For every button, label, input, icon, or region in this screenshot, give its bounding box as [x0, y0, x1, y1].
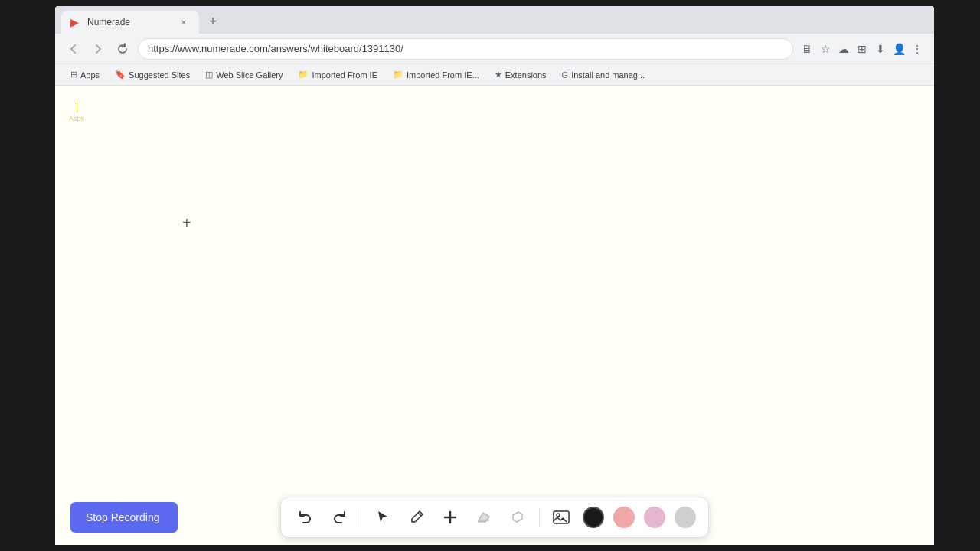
folder-icon-2: 📁: [393, 70, 403, 80]
nav-bar: https://www.numerade.com/answers/whitebo…: [55, 34, 934, 64]
tab-bar: ▶ Numerade × +: [55, 6, 934, 34]
bookmark-install-label: Install and manag...: [571, 70, 645, 80]
cloud-icon[interactable]: ☁: [836, 41, 851, 57]
lasso-tool-button[interactable]: [505, 505, 530, 530]
whiteboard-cursor-area: Asps: [69, 103, 84, 122]
undo-icon: [297, 509, 314, 526]
camera-icon[interactable]: 🖥: [799, 41, 815, 57]
pen-icon: [409, 510, 424, 525]
image-tool-button[interactable]: [549, 505, 573, 530]
separator-1: [361, 508, 361, 527]
crosshair-cursor: +: [182, 214, 191, 232]
image-icon: [552, 508, 570, 527]
black-bar-bottom: [0, 545, 980, 551]
color-black-button[interactable]: [583, 507, 604, 528]
suggested-icon: 🔖: [115, 70, 126, 80]
black-bar-left: [0, 0, 55, 551]
whiteboard-canvas[interactable]: Asps +: [55, 86, 934, 545]
profile-icon[interactable]: 👤: [891, 41, 906, 57]
black-bar-right: [934, 0, 980, 551]
bookmark-imported-ie1[interactable]: 📁 Imported From IE: [292, 68, 384, 81]
bookmark-apps[interactable]: ⊞ Apps: [64, 68, 106, 81]
bookmark-suggested[interactable]: 🔖 Suggested Sites: [109, 68, 196, 81]
folder-icon-1: 📁: [298, 70, 309, 80]
stop-recording-button[interactable]: Stop Recording: [70, 502, 178, 533]
eraser-icon: [476, 510, 492, 525]
add-tool-button[interactable]: [438, 505, 462, 530]
select-icon: [375, 510, 390, 525]
drawing-toolbar: [280, 497, 709, 538]
extensions-icon[interactable]: ⊞: [854, 41, 870, 57]
black-bar-top: [0, 0, 980, 6]
bookmarks-bar: ⊞ Apps 🔖 Suggested Sites ◫ Web Slice Gal…: [55, 64, 934, 86]
add-icon: [443, 510, 458, 525]
bookmark-install[interactable]: G Install and manag...: [556, 69, 652, 81]
lasso-icon: [510, 510, 525, 525]
star-icon[interactable]: ☆: [818, 41, 833, 57]
bookmark-extensions-label: Extensions: [505, 70, 547, 80]
tab-favicon: ▶: [70, 17, 81, 28]
bookmark-imported-ie2-label: Imported From IE...: [407, 70, 479, 80]
apps-icon: ⊞: [70, 70, 77, 80]
bottom-toolbar-area: Stop Recording: [55, 490, 934, 545]
bookmark-suggested-label: Suggested Sites: [129, 70, 190, 80]
browser-window: ▶ Numerade × + https://www.numerade.com/…: [55, 6, 934, 545]
eraser-tool-button[interactable]: [472, 505, 496, 530]
address-bar[interactable]: https://www.numerade.com/answers/whitebo…: [138, 38, 793, 60]
refresh-button[interactable]: [113, 40, 132, 58]
redo-icon: [331, 509, 348, 526]
bookmark-extensions[interactable]: ★ Extensions: [488, 68, 553, 81]
separator-2: [539, 508, 540, 527]
color-pink-button[interactable]: [644, 507, 665, 528]
refresh-icon: [116, 43, 129, 55]
svg-point-1: [557, 514, 560, 517]
select-tool-button[interactable]: [371, 505, 395, 530]
download-icon[interactable]: ⬇: [873, 41, 888, 57]
forward-button[interactable]: [89, 40, 107, 58]
color-red-button[interactable]: [613, 507, 635, 528]
bookmark-web-slice-label: Web Slice Gallery: [216, 70, 283, 80]
redo-button[interactable]: [327, 505, 351, 530]
tab-close-button[interactable]: ×: [178, 16, 190, 28]
color-gray-button[interactable]: [675, 507, 696, 528]
nav-right-icons: 🖥 ☆ ☁ ⊞ ⬇ 👤 ⋮: [799, 41, 925, 57]
back-button[interactable]: [64, 40, 83, 58]
bookmark-web-slice[interactable]: ◫ Web Slice Gallery: [199, 68, 289, 81]
stop-recording-label: Stop Recording: [86, 511, 160, 523]
active-tab[interactable]: ▶ Numerade ×: [61, 11, 199, 34]
tab-title: Numerade: [87, 17, 172, 28]
undo-button[interactable]: [293, 505, 318, 530]
bookmark-imported-ie1-label: Imported From IE: [312, 70, 377, 80]
forward-icon: [92, 43, 104, 55]
url-text: https://www.numerade.com/answers/whitebo…: [148, 43, 403, 54]
menu-icon[interactable]: ⋮: [910, 41, 925, 57]
extensions-bookmark-icon: ★: [495, 70, 502, 80]
cursor-label: Asps: [69, 115, 84, 122]
web-slice-icon: ◫: [205, 70, 213, 80]
bookmark-apps-label: Apps: [80, 70, 100, 80]
text-cursor: [77, 103, 77, 113]
bookmark-imported-ie2[interactable]: 📁 Imported From IE...: [387, 68, 485, 81]
install-icon: G: [562, 70, 569, 80]
pen-tool-button[interactable]: [404, 505, 429, 530]
new-tab-button[interactable]: +: [202, 11, 224, 32]
back-icon: [67, 43, 80, 55]
